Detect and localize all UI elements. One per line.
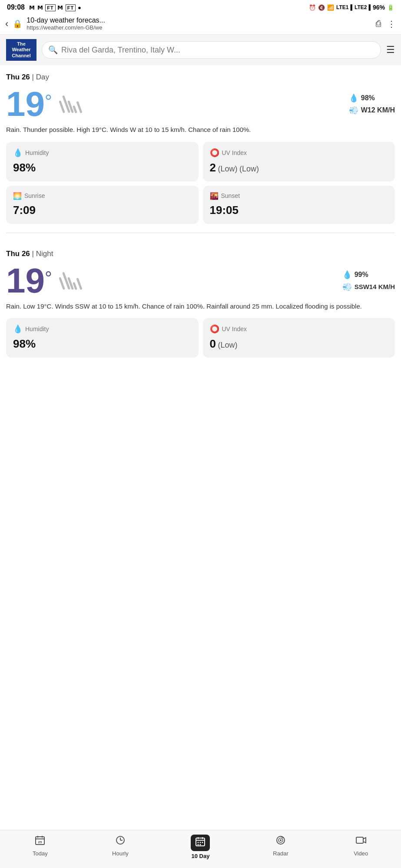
nav-video-label: Video [354,850,368,857]
day-temp-stats: 💧 98% 💨 W12 KM/H [349,93,395,115]
sunrise-value: 7:09 [13,204,192,217]
signal-lte1: LTE1▐ [336,4,352,10]
nav-today[interactable]: 25 Today [27,835,53,859]
section-divider [6,233,395,233]
night-temp-row: 19 ° 💧 99% 💨 SSW14 KM/H [6,263,395,298]
status-right: ⏰ 🔇 📶 LTE1▐ LTE2▐ 96% 🔋 [309,4,394,11]
lock-icon: 🔒 [13,19,22,29]
night-drop-icon: 💧 [342,270,352,279]
day-temp-value: 19 [6,87,45,122]
night-uv-label: ⭕ UV Index [210,324,388,334]
sunset-card: 🌇 Sunset 19:05 [203,186,395,224]
page-bottom-padding [6,370,395,414]
browser-title-area[interactable]: 10-day weather forecas... https://weathe… [27,16,371,31]
day-rain-stat: 💧 98% [349,93,375,103]
nav-10day-label: 10 Day [192,853,210,859]
nav-radar-label: Radar [273,850,288,857]
uv-label: ⭕ UV Index [210,148,388,158]
battery-level: 96% [373,4,385,11]
night-temp-degree: ° [45,268,52,289]
night-uv-sub: (Low) [218,341,237,349]
day-rain-percent: 98% [361,94,375,102]
nav-video[interactable]: Video [348,835,374,859]
night-humidity-label: 💧 Humidity [13,324,192,334]
uv-value: 2 [210,161,216,174]
night-temp-stats: 💧 99% 💨 SSW14 KM/H [342,270,395,292]
day-wind-speed: W12 KM/H [361,106,395,114]
night-rain-percent: 99% [355,271,368,279]
night-uv-value: 0 [210,337,216,350]
today-icon: 25 [34,835,46,848]
night-wind-speed: SSW14 KM/H [355,283,395,290]
uv-sub-value-text: (Low) [239,164,259,173]
status-time: 09:08 [7,3,25,11]
uv-sub-value: (Low) [218,164,237,173]
night-section-header: Thu 26 | Night [6,242,395,263]
svg-point-13 [200,842,201,843]
nav-radar[interactable]: Radar [268,835,294,859]
back-button[interactable]: ‹ [5,18,8,30]
wifi-icon: 📶 [327,4,334,11]
day-period-separator: | [32,73,36,81]
search-bar[interactable]: 🔍 Riva del Garda, Trentino, Italy W... [42,41,381,59]
day-cards-grid: 💧 Humidity 98% ⭕ UV Index 2 (Low) (Low) [6,142,395,181]
share-icon[interactable]: ⎙ [376,19,381,29]
night-description: Rain. Low 19°C. Winds SSW at 10 to 15 km… [6,302,395,312]
uv-value-row: 2 (Low) (Low) [210,161,388,174]
day-description: Rain. Thunder possible. High 19°C. Winds… [6,125,395,135]
sunrise-card: 🌅 Sunrise 7:09 [6,186,199,224]
uv-icon: ⭕ [210,148,219,158]
humidity-label: 💧 Humidity [13,148,192,158]
night-period-separator: | [32,250,36,258]
battery-icon: 🔋 [387,4,394,11]
nav-hourly[interactable]: Hourly [107,835,133,859]
night-wind-icon: 💨 [342,282,352,292]
status-left: 09:08 𝗠 𝗠 FT 𝗠 FT ● [7,3,82,11]
night-temp-value: 19 [6,263,45,298]
night-uv-value-row: 0 (Low) [210,337,388,351]
search-text: Riva del Garda, Trentino, Italy W... [61,46,374,55]
svg-text:25: 25 [38,840,42,844]
nav-today-label: Today [33,850,48,857]
bottom-nav: 25 Today Hourly [0,830,401,868]
video-icon [355,835,367,848]
signal-lte2: LTE2▐ [355,4,371,10]
day-temp-row: 19 ° 💧 98% 💨 W12 KM/H [6,87,395,122]
night-humidity-value: 98% [13,337,192,351]
weather-channel-logo: The Weather Channel [6,39,36,61]
humidity-icon: 💧 [13,148,23,158]
app-header: The Weather Channel 🔍 Riva del Garda, Tr… [0,35,401,65]
hourly-icon [115,835,126,848]
radar-icon [275,835,286,848]
svg-marker-22 [363,838,366,843]
night-cards-partial: 💧 Humidity 98% ⭕ UV Index 0 (Low) [6,318,395,370]
status-bar: 09:08 𝗠 𝗠 FT 𝗠 FT ● ⏰ 🔇 📶 LTE1▐ LTE2▐ 96… [0,0,401,13]
svg-point-16 [200,844,201,845]
night-humidity-card: 💧 Humidity 98% [6,318,199,358]
mute-icon: 🔇 [318,4,325,11]
svg-point-15 [198,844,199,845]
main-content: Thu 26 | Day 19 ° 💧 98% 💨 W12 KM/H [0,65,401,414]
tenday-icon [191,835,210,851]
night-wind-stat: 💨 SSW14 KM/H [342,282,395,292]
wind-icon: 💨 [349,105,358,115]
uv-index-card: ⭕ UV Index 2 (Low) (Low) [203,142,395,181]
search-icon: 🔍 [48,45,58,55]
night-rain-stat: 💧 99% [342,270,368,279]
night-rain-icon [61,268,80,294]
logo-text: The Weather Channel [12,41,30,59]
sunrise-icon: 🌅 [13,192,22,200]
more-icon[interactable]: ⋮ [387,19,396,29]
browser-title: 10-day weather forecas... [27,16,371,24]
hamburger-menu[interactable]: ☰ [386,44,395,56]
sunset-label: 🌇 Sunset [210,192,388,200]
drop-icon: 💧 [349,93,358,103]
svg-point-14 [202,842,203,843]
nav-hourly-label: Hourly [112,850,129,857]
nav-10day[interactable]: 10 Day [187,835,213,859]
day-wind-stat: 💨 W12 KM/H [349,105,395,115]
svg-point-12 [198,842,199,843]
night-uv-icon: ⭕ [210,324,219,334]
sunrise-label: 🌅 Sunrise [13,192,192,200]
svg-point-19 [280,839,282,841]
